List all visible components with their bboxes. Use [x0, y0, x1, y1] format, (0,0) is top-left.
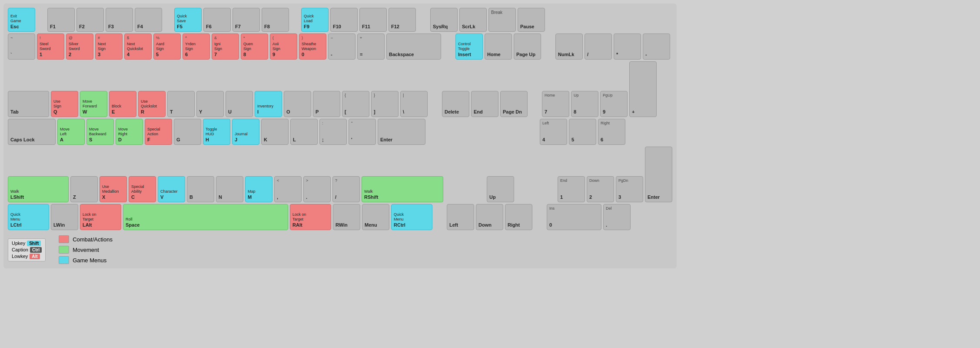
key-8[interactable]: * QuenSign 8 — [241, 33, 268, 60]
key-2[interactable]: @ SilverSword 2 — [66, 33, 93, 60]
key-break[interactable]: Break — [488, 8, 516, 32]
key-pagedown[interactable]: Page Dn — [500, 91, 528, 117]
key-equals[interactable]: + = — [357, 33, 385, 60]
key-backspace[interactable]: Backspace — [386, 33, 441, 60]
key-f9[interactable]: QuickLoad F9 — [301, 8, 329, 32]
key-num-slash[interactable]: / — [585, 33, 612, 60]
key-num3[interactable]: PgDn 3 — [616, 176, 643, 202]
key-left[interactable]: Left — [447, 204, 474, 230]
key-semicolon[interactable]: : ; — [319, 119, 347, 145]
key-f1[interactable]: F1 — [47, 8, 75, 32]
key-f10[interactable]: F10 — [330, 8, 358, 32]
key-insert[interactable]: ControlToggle Insert — [455, 33, 483, 60]
key-end[interactable]: End — [471, 91, 498, 117]
key-num-plus[interactable]: + — [629, 61, 657, 117]
key-k[interactable]: K — [261, 119, 289, 145]
key-pageup[interactable]: Page Up — [514, 33, 541, 60]
key-f12[interactable]: F12 — [389, 8, 416, 32]
key-y[interactable]: Y — [196, 91, 224, 117]
key-d[interactable]: MoveRight D — [116, 119, 143, 145]
key-num7[interactable]: Home 7 — [542, 91, 569, 117]
key-s[interactable]: MoveBackward S — [86, 119, 114, 145]
key-f5[interactable]: QuickSave F5 — [174, 8, 202, 32]
key-comma[interactable]: < , — [274, 176, 302, 202]
key-c[interactable]: SpecialAbility C — [129, 176, 156, 202]
key-r[interactable]: UseQuickslot R — [138, 91, 166, 117]
key-up[interactable]: Up — [487, 176, 514, 202]
key-q[interactable]: UseSign Q — [51, 91, 78, 117]
key-u[interactable]: U — [226, 91, 253, 117]
key-f4[interactable]: F4 — [135, 8, 162, 32]
key-f7[interactable]: F7 — [233, 8, 260, 32]
key-rshift[interactable]: Walk RShift — [362, 176, 443, 202]
key-num-asterisk[interactable]: * — [614, 33, 641, 60]
key-esc[interactable]: ExitGame Esc — [8, 8, 35, 32]
key-g[interactable]: G — [174, 119, 201, 145]
key-ralt[interactable]: Lock onTarget RAlt — [290, 204, 331, 230]
key-z[interactable]: Z — [70, 176, 98, 202]
key-num2[interactable]: Down 2 — [587, 176, 614, 202]
key-slash[interactable]: ? / — [332, 176, 360, 202]
key-sysrq[interactable]: SysRq — [430, 8, 458, 32]
key-p[interactable]: P — [313, 91, 340, 117]
key-down[interactable]: Down — [476, 204, 503, 230]
key-x[interactable]: UseMedallion X — [100, 176, 127, 202]
key-j[interactable]: Journal J — [232, 119, 259, 145]
key-f[interactable]: SpecialAction F — [145, 119, 172, 145]
key-f3[interactable]: F3 — [106, 8, 133, 32]
key-minus[interactable]: – - — [328, 33, 355, 60]
key-num9[interactable]: PgUp 9 — [600, 91, 628, 117]
key-lwin[interactable]: LWin — [51, 204, 78, 230]
key-rbracket[interactable]: } ] — [371, 91, 399, 117]
key-num4[interactable]: Left 4 — [540, 119, 567, 145]
key-lalt[interactable]: Lock onTarget LAlt — [80, 204, 121, 230]
key-h[interactable]: ToggleHUD H — [203, 119, 230, 145]
key-num5[interactable]: 5 — [569, 119, 596, 145]
key-quote[interactable]: " ' — [349, 119, 376, 145]
key-f11[interactable]: F11 — [359, 8, 387, 32]
key-w[interactable]: MoveForward W — [80, 91, 107, 117]
key-delete[interactable]: Delete — [442, 91, 469, 117]
key-f2[interactable]: F2 — [76, 8, 104, 32]
key-pause[interactable]: Pause — [518, 8, 545, 32]
key-l[interactable]: L — [290, 119, 318, 145]
key-a[interactable]: MoveLeft A — [57, 119, 85, 145]
key-num6[interactable]: Right 6 — [598, 119, 625, 145]
key-lctrl[interactable]: QuickMenu LCtrl — [8, 204, 49, 230]
key-period[interactable]: > . — [303, 176, 331, 202]
key-backslash[interactable]: | \ — [400, 91, 428, 117]
key-9[interactable]: ( AxiiSign 9 — [270, 33, 297, 60]
key-n[interactable]: N — [216, 176, 243, 202]
key-m[interactable]: Map M — [245, 176, 272, 202]
key-num8[interactable]: Up 8 — [571, 91, 598, 117]
key-o[interactable]: O — [284, 91, 311, 117]
key-num-dot[interactable]: Del . — [603, 204, 631, 230]
key-v[interactable]: Character V — [158, 176, 185, 202]
key-menu[interactable]: Menu — [362, 204, 389, 230]
key-i[interactable]: Inventory I — [255, 91, 282, 117]
key-tab[interactable]: Tab — [8, 91, 49, 117]
key-5[interactable]: % AardSign 5 — [153, 33, 181, 60]
key-scrlk[interactable]: ScrLk — [459, 8, 487, 32]
key-capslock[interactable]: Caps Lock — [8, 119, 56, 145]
key-e[interactable]: Block E — [109, 91, 136, 117]
key-home[interactable]: Home — [485, 33, 512, 60]
key-lshift[interactable]: Walk LShift — [8, 176, 69, 202]
key-num-enter[interactable]: Enter — [645, 147, 672, 202]
key-f8[interactable]: F8 — [262, 8, 289, 32]
key-right[interactable]: Right — [505, 204, 532, 230]
key-space[interactable]: Roll Space — [123, 204, 288, 230]
key-3[interactable]: # NextSign 3 — [95, 33, 123, 60]
key-0[interactable]: ) SheatheWeapon 0 — [299, 33, 326, 60]
key-rctrl[interactable]: QuickMenu RCtrl — [391, 204, 432, 230]
key-6[interactable]: ^ YrdenSign 6 — [183, 33, 210, 60]
key-1[interactable]: ! SteelSword 1 — [37, 33, 64, 60]
key-enter[interactable]: Enter — [378, 119, 425, 145]
key-num0[interactable]: Ins 0 — [547, 204, 601, 230]
key-4[interactable]: $ NextQuickslot 4 — [124, 33, 152, 60]
key-rwin[interactable]: RWin — [333, 204, 360, 230]
key-numlock[interactable]: NumLk — [555, 33, 583, 60]
key-7[interactable]: & IgniSign 7 — [212, 33, 239, 60]
key-tilde[interactable]: ~ ` — [8, 33, 35, 60]
key-b[interactable]: B — [187, 176, 214, 202]
